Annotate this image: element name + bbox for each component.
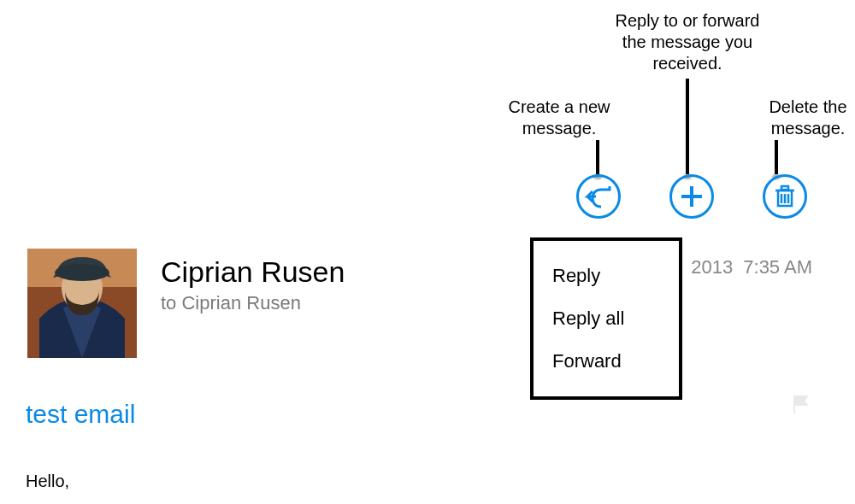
reply-forward-button[interactable]	[576, 174, 621, 219]
annotation-pointer	[686, 79, 689, 174]
sender-name: Ciprian Rusen	[161, 255, 345, 289]
plus-icon	[679, 184, 705, 209]
email-subject: test email	[26, 400, 135, 429]
email-body: Hello,	[26, 472, 69, 491]
trash-icon	[774, 184, 796, 209]
annotation-create-new: Create a newmessage.	[495, 97, 623, 139]
new-message-button[interactable]	[669, 174, 714, 219]
time-value: 7:35 AM	[743, 256, 812, 278]
email-header: Ciprian Rusen to Ciprian Rusen	[27, 249, 345, 358]
annotation-reply-forward: Reply to or forwardthe message youreceiv…	[602, 10, 773, 74]
menu-item-reply-all[interactable]: Reply all	[534, 297, 679, 340]
reply-arrow-icon	[584, 185, 613, 208]
menu-item-forward[interactable]: Forward	[534, 340, 679, 383]
reply-dropdown-menu: Reply Reply all Forward	[530, 237, 682, 400]
date-fragment: 2013	[691, 256, 733, 278]
sender-avatar	[27, 249, 137, 358]
svg-point-12	[55, 264, 109, 281]
svg-rect-7	[781, 186, 788, 190]
action-bar	[576, 174, 807, 219]
flag-icon[interactable]	[790, 393, 812, 419]
annotation-pointer	[775, 140, 778, 174]
annotation-delete: Delete themessage.	[757, 97, 855, 139]
email-timestamp: 2013 7:35 AM	[691, 256, 812, 278]
delete-button[interactable]	[763, 174, 807, 219]
recipient-line: to Ciprian Rusen	[161, 292, 345, 314]
annotation-pointer	[596, 140, 599, 174]
menu-item-reply[interactable]: Reply	[534, 255, 679, 297]
